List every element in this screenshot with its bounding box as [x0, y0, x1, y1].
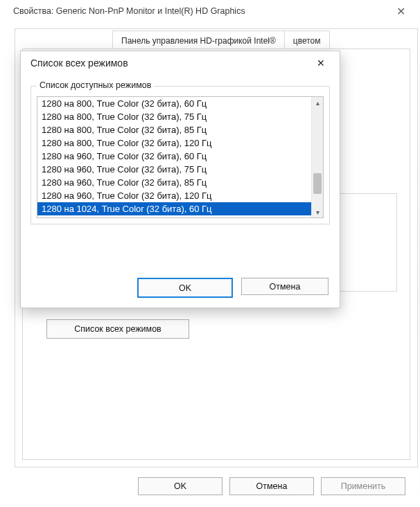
- modal-body: Список доступных режимов 1280 на 800, Tr…: [30, 86, 330, 270]
- tabs: Панель управления HD-графикой Intel® цве…: [15, 29, 417, 48]
- mode-option[interactable]: 1280 на 800, True Color (32 бита), 75 Гц: [37, 110, 312, 123]
- mode-option[interactable]: 1280 на 960, True Color (32 бита), 85 Гц: [37, 176, 312, 189]
- mode-option[interactable]: 1280 на 960, True Color (32 бита), 60 Гц: [37, 150, 312, 163]
- modes-listbox[interactable]: 1280 на 800, True Color (32 бита), 60 Гц…: [37, 96, 324, 218]
- list-all-modes-button[interactable]: Список всех режимов: [46, 319, 189, 339]
- scrollbar-thumb[interactable]: [313, 173, 322, 194]
- mode-option[interactable]: 1280 на 960, True Color (32 бита), 120 Г…: [37, 189, 312, 202]
- available-modes-legend: Список доступных режимов: [37, 80, 154, 90]
- parent-cancel-button[interactable]: Отмена: [229, 477, 314, 495]
- modal-actions: OK Отмена: [137, 278, 329, 298]
- listbox-scrollbar[interactable]: ▴ ▾: [311, 97, 323, 217]
- modal-cancel-button[interactable]: Отмена: [241, 278, 329, 295]
- modal-title: Список всех режимов: [30, 57, 128, 69]
- modal-close-button[interactable]: ✕: [309, 54, 333, 72]
- mode-option[interactable]: 1280 на 800, True Color (32 бита), 120 Г…: [37, 136, 312, 150]
- parent-ok-button[interactable]: OK: [138, 477, 222, 495]
- modes-list-items: 1280 на 800, True Color (32 бита), 60 Гц…: [37, 97, 312, 217]
- close-icon[interactable]: ✕: [390, 1, 411, 21]
- scroll-down-icon[interactable]: ▾: [312, 206, 323, 217]
- mode-option[interactable]: 1280 на 800, True Color (32 бита), 85 Гц: [37, 123, 312, 136]
- tab-intel-graphics[interactable]: Панель управления HD-графикой Intel®: [112, 30, 285, 49]
- close-icon: ✕: [317, 57, 325, 69]
- mode-option[interactable]: 1280 на 800, True Color (32 бита), 60 Гц: [37, 97, 312, 110]
- parent-titlebar: Свойства: Generic Non-PnP Monitor и Inte…: [6, 1, 418, 21]
- mode-option[interactable]: 1280 на 960, True Color (32 бита), 75 Гц: [37, 163, 312, 176]
- parent-actions: OK Отмена Применить: [138, 477, 405, 495]
- mode-option[interactable]: 1280 на 1024, True Color (32 бита), 60 Г…: [37, 202, 312, 215]
- modal-titlebar: Список всех режимов ✕: [21, 51, 340, 75]
- parent-apply-button[interactable]: Применить: [321, 477, 405, 495]
- scroll-up-icon[interactable]: ▴: [312, 97, 323, 108]
- tab-partial[interactable]: цветом: [285, 30, 330, 49]
- parent-title: Свойства: Generic Non-PnP Monitor и Inte…: [13, 6, 245, 16]
- modal-ok-button[interactable]: OK: [137, 278, 233, 298]
- all-modes-dialog: Список всех режимов ✕ Список доступных р…: [20, 51, 340, 308]
- available-modes-group: Список доступных режимов 1280 на 800, Tr…: [30, 86, 330, 224]
